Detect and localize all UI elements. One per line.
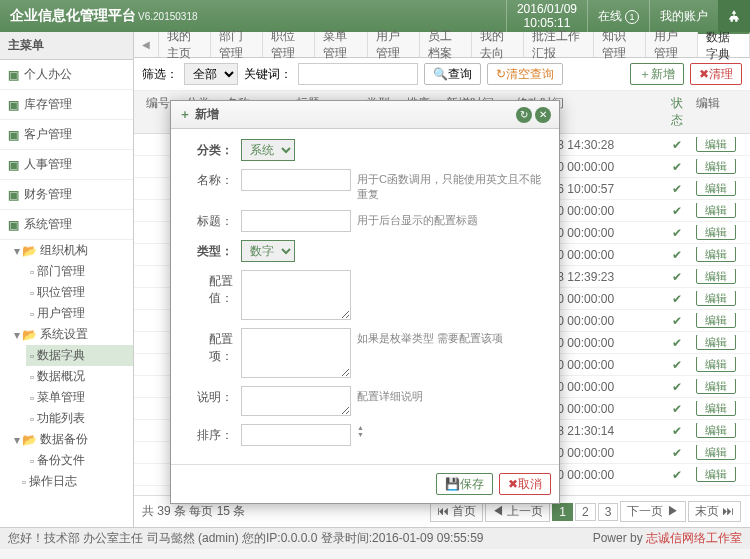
tree-user[interactable]: ▫用户管理 — [26, 303, 133, 324]
select-type[interactable]: 数字 — [241, 240, 295, 262]
textarea-desc[interactable] — [241, 386, 351, 416]
tree-log[interactable]: ▫操作日志 — [8, 471, 133, 492]
file-icon: ▫ — [30, 454, 34, 468]
tab-prev[interactable]: ◀ — [134, 32, 159, 57]
tree-func[interactable]: ▫功能列表 — [26, 408, 133, 429]
edit-button[interactable]: 编辑 — [696, 423, 736, 438]
keyword-label: 关键词： — [244, 66, 292, 83]
spin-up-icon[interactable]: ▲ — [357, 424, 364, 431]
edit-button[interactable]: 编辑 — [696, 445, 736, 460]
tab-item[interactable]: 我的去向 — [472, 32, 524, 57]
menu-personal[interactable]: ▣个人办公 — [0, 60, 133, 90]
tree-data[interactable]: ▫数据概况 — [26, 366, 133, 387]
tab-item[interactable]: 员工档案 — [420, 32, 472, 57]
status-check-icon: ✔ — [662, 380, 692, 394]
tab-item[interactable]: 用户管理 — [368, 32, 420, 57]
status-check-icon: ✔ — [662, 468, 692, 482]
label-title: 标题： — [186, 210, 241, 230]
footer-link[interactable]: 志诚信网络工作室 — [646, 531, 742, 545]
tab-item[interactable]: 知识管理 — [594, 32, 646, 57]
edit-button[interactable]: 编辑 — [696, 247, 736, 262]
edit-button[interactable]: 编辑 — [696, 291, 736, 306]
input-name[interactable] — [241, 169, 351, 191]
edit-button[interactable]: 编辑 — [696, 225, 736, 240]
clear-button[interactable]: ↻ 清空查询 — [487, 63, 563, 85]
edit-button[interactable]: 编辑 — [696, 137, 736, 152]
tab-item[interactable]: 批注工作汇报 — [524, 32, 594, 57]
menu-finance[interactable]: ▣财务管理 — [0, 180, 133, 210]
tab-bar: ◀ 我的主页 部门管理 职位管理 菜单管理 用户管理 员工档案 我的去向 批注工… — [134, 32, 750, 58]
textarea-value[interactable] — [241, 270, 351, 320]
delete-button[interactable]: ✖ 清理 — [690, 63, 742, 85]
edit-button[interactable]: 编辑 — [696, 357, 736, 372]
edit-button[interactable]: 编辑 — [696, 313, 736, 328]
tree-position[interactable]: ▫职位管理 — [26, 282, 133, 303]
tab-item[interactable]: 职位管理 — [263, 32, 315, 57]
tree-settings[interactable]: ▾📂系统设置 — [8, 324, 133, 345]
tab-item[interactable]: 部门管理 — [211, 32, 263, 57]
edit-button[interactable]: 编辑 — [696, 467, 736, 482]
filter-label: 筛选： — [142, 66, 178, 83]
menu-inventory[interactable]: ▣库存管理 — [0, 90, 133, 120]
select-category[interactable]: 系统 — [241, 139, 295, 161]
tree-org[interactable]: ▾📂组织机构 — [8, 240, 133, 261]
tree-collapse-icon: ▾ — [12, 433, 22, 447]
tree-dict[interactable]: ▫数据字典 — [26, 345, 133, 366]
edit-button[interactable]: 编辑 — [696, 269, 736, 284]
label-category: 分类： — [186, 139, 241, 159]
tree-menu[interactable]: ▫菜单管理 — [26, 387, 133, 408]
hint-desc: 配置详细说明 — [357, 386, 423, 404]
expand-icon: ▣ — [8, 188, 19, 202]
filter-select[interactable]: 全部 — [184, 63, 238, 85]
tree-backup-file[interactable]: ▫备份文件 — [26, 450, 133, 471]
textarea-options[interactable] — [241, 328, 351, 378]
expand-icon: ▣ — [8, 158, 19, 172]
tree-collapse-icon: ▾ — [12, 244, 22, 258]
header-tree-icon[interactable] — [718, 0, 750, 32]
status-check-icon: ✔ — [662, 248, 692, 262]
edit-button[interactable]: 编辑 — [696, 401, 736, 416]
add-button[interactable]: ＋ 新增 — [630, 63, 684, 85]
sidebar-title: 主菜单 — [0, 32, 133, 60]
pager-next[interactable]: 下一页 ▶ — [620, 501, 685, 522]
status-check-icon: ✔ — [662, 138, 692, 152]
input-sort[interactable] — [241, 424, 351, 446]
spin-down-icon[interactable]: ▼ — [357, 431, 364, 438]
tree-dept[interactable]: ▫部门管理 — [26, 261, 133, 282]
edit-button[interactable]: 编辑 — [696, 335, 736, 350]
pager-page-1[interactable]: 1 — [552, 503, 573, 521]
search-button[interactable]: 🔍 查询 — [424, 63, 481, 85]
modal-refresh-icon[interactable]: ↻ — [516, 107, 532, 123]
tab-item[interactable]: 菜单管理 — [315, 32, 367, 57]
sidebar: 主菜单 ▣个人办公 ▣库存管理 ▣客户管理 ▣人事管理 ▣财务管理 ▣系统管理 … — [0, 32, 134, 527]
input-title[interactable] — [241, 210, 351, 232]
tab-item-active[interactable]: 数据字典 — [698, 32, 750, 57]
label-value: 配置值： — [186, 270, 241, 307]
tab-home[interactable]: 我的主页 — [159, 32, 211, 57]
label-name: 名称： — [186, 169, 241, 189]
pager-page-2[interactable]: 2 — [575, 503, 596, 521]
footer: 您好！技术部 办公室主任 司马懿然 (admin) 您的IP:0.0.0.0 登… — [0, 527, 750, 549]
status-check-icon: ✔ — [662, 314, 692, 328]
tab-item[interactable]: 用户管理 — [646, 32, 698, 57]
edit-button[interactable]: 编辑 — [696, 159, 736, 174]
pager-last[interactable]: 末页 ⏭ — [688, 501, 741, 522]
menu-hr[interactable]: ▣人事管理 — [0, 150, 133, 180]
menu-system[interactable]: ▣系统管理 — [0, 210, 133, 240]
edit-button[interactable]: 编辑 — [696, 203, 736, 218]
save-button[interactable]: 💾 保存 — [436, 473, 493, 495]
pager-prev[interactable]: ◀ 上一页 — [485, 501, 550, 522]
keyword-input[interactable] — [298, 63, 418, 85]
edit-button[interactable]: 编辑 — [696, 379, 736, 394]
status-check-icon: ✔ — [662, 336, 692, 350]
toolbar: 筛选： 全部 关键词： 🔍 查询 ↻ 清空查询 ＋ 新增 ✖ 清理 — [134, 58, 750, 91]
modal-close-icon[interactable]: ✕ — [535, 107, 551, 123]
edit-button[interactable]: 编辑 — [696, 181, 736, 196]
online-count-badge: 1 — [625, 10, 639, 24]
status-check-icon: ✔ — [662, 226, 692, 240]
pager-page-3[interactable]: 3 — [598, 503, 619, 521]
menu-customer[interactable]: ▣客户管理 — [0, 120, 133, 150]
pager-first[interactable]: ⏮ 首页 — [430, 501, 483, 522]
cancel-button[interactable]: ✖ 取消 — [499, 473, 551, 495]
tree-backup[interactable]: ▾📂数据备份 — [8, 429, 133, 450]
